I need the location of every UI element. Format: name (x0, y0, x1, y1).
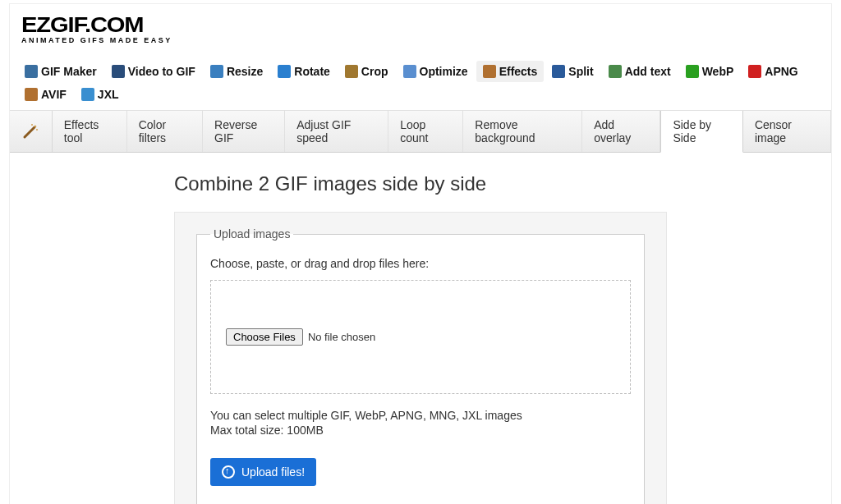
main-nav-label: WebP (702, 65, 734, 78)
upload-fieldset: Upload images Choose, paste, or drag and… (196, 227, 645, 504)
main-nav-label: AVIF (41, 88, 67, 101)
sub-nav-add-overlay[interactable]: Add overlay (582, 111, 660, 152)
resize-icon (210, 65, 223, 78)
main-nav-label: Add text (625, 65, 671, 78)
main-nav-label: Resize (227, 65, 263, 78)
file-status-text: No file chosen (308, 331, 375, 343)
main-nav-webp[interactable]: WebP (679, 61, 741, 82)
effects-icon (483, 65, 496, 78)
sub-nav-censor-image[interactable]: Censor image (743, 111, 831, 152)
apng-icon (748, 65, 761, 78)
main-nav-split[interactable]: Split (545, 61, 600, 82)
sub-nav-side-by-side[interactable]: Side by Side (660, 111, 742, 153)
sub-nav-remove-background[interactable]: Remove background (463, 111, 582, 152)
main-nav-label: APNG (765, 65, 797, 78)
choose-files-button[interactable]: Choose Files (226, 328, 303, 346)
upload-card: Upload images Choose, paste, or drag and… (174, 212, 667, 504)
main-nav-video-to-gif[interactable]: Video to GIF (105, 61, 202, 82)
sub-nav-effects-tool[interactable]: Effects tool (53, 111, 127, 152)
page-title: Combine 2 GIF images side by side (174, 172, 667, 195)
sub-nav-adjust-gif-speed[interactable]: Adjust GIF speed (285, 111, 388, 152)
main-nav-gif-maker[interactable]: GIF Maker (18, 61, 103, 82)
main-nav-jxl[interactable]: JXL (75, 84, 126, 105)
main-nav: GIF MakerVideo to GIFResizeRotateCropOpt… (10, 49, 831, 110)
sub-nav-color-filters[interactable]: Color filters (127, 111, 203, 152)
effects-wand-icon (10, 111, 53, 152)
main-nav-label: Rotate (294, 65, 330, 78)
upload-icon (222, 465, 235, 479)
main-nav-optimize[interactable]: Optimize (397, 61, 475, 82)
upload-button[interactable]: Upload files! (210, 458, 316, 486)
file-dropzone[interactable]: Choose Files No file chosen (210, 280, 631, 394)
main-nav-avif[interactable]: AVIF (18, 84, 73, 105)
main-nav-label: Effects (499, 65, 538, 78)
crop-icon (345, 65, 358, 78)
film-icon (25, 65, 38, 78)
main-nav-label: Optimize (420, 65, 468, 78)
sub-nav-reverse-gif[interactable]: Reverse GIF (203, 111, 285, 152)
upload-info-formats: You can select multiple GIF, WebP, APNG,… (210, 409, 631, 422)
avif-icon (25, 88, 38, 101)
webp-icon (686, 65, 699, 78)
svg-point-2 (31, 124, 33, 126)
main-nav-label: Video to GIF (128, 65, 195, 78)
site-header: EZGIF.COM ANIMATED GIFS MADE EASY (10, 4, 831, 49)
split-icon (552, 65, 565, 78)
logo-main: EZGIF.COM (21, 12, 841, 38)
main-content: Combine 2 GIF images side by side Upload… (10, 153, 831, 504)
sub-nav: Effects toolColor filtersReverse GIFAdju… (10, 110, 831, 153)
main-nav-label: JXL (98, 88, 119, 101)
page-container: EZGIF.COM ANIMATED GIFS MADE EASY GIF Ma… (9, 3, 832, 504)
main-nav-rotate[interactable]: Rotate (271, 61, 337, 82)
main-nav-add-text[interactable]: Add text (602, 61, 678, 82)
main-nav-label: Split (568, 65, 593, 78)
upload-instruction: Choose, paste, or drag and drop files he… (210, 257, 631, 270)
video-icon (112, 65, 125, 78)
main-nav-apng[interactable]: APNG (742, 61, 804, 82)
main-nav-effects[interactable]: Effects (476, 61, 545, 82)
main-nav-label: GIF Maker (41, 65, 97, 78)
upload-legend: Upload images (210, 227, 293, 241)
main-nav-crop[interactable]: Crop (338, 61, 395, 82)
sub-nav-loop-count[interactable]: Loop count (388, 111, 463, 152)
upload-info-size: Max total size: 100MB (210, 424, 631, 437)
rotate-icon (278, 65, 291, 78)
svg-point-1 (34, 126, 37, 128)
jxl-icon (81, 88, 94, 101)
main-nav-resize[interactable]: Resize (204, 61, 269, 82)
svg-line-0 (25, 127, 34, 137)
text-icon (609, 65, 622, 78)
svg-point-3 (36, 129, 38, 131)
upload-button-label: Upload files! (241, 465, 305, 479)
main-nav-label: Crop (361, 65, 388, 78)
optimize-icon (403, 65, 416, 78)
